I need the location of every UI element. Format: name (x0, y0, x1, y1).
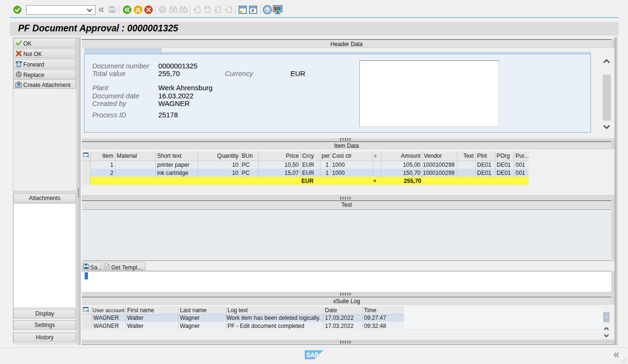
svg-text:?: ? (266, 7, 269, 13)
svg-text:SAP: SAP (306, 351, 319, 359)
